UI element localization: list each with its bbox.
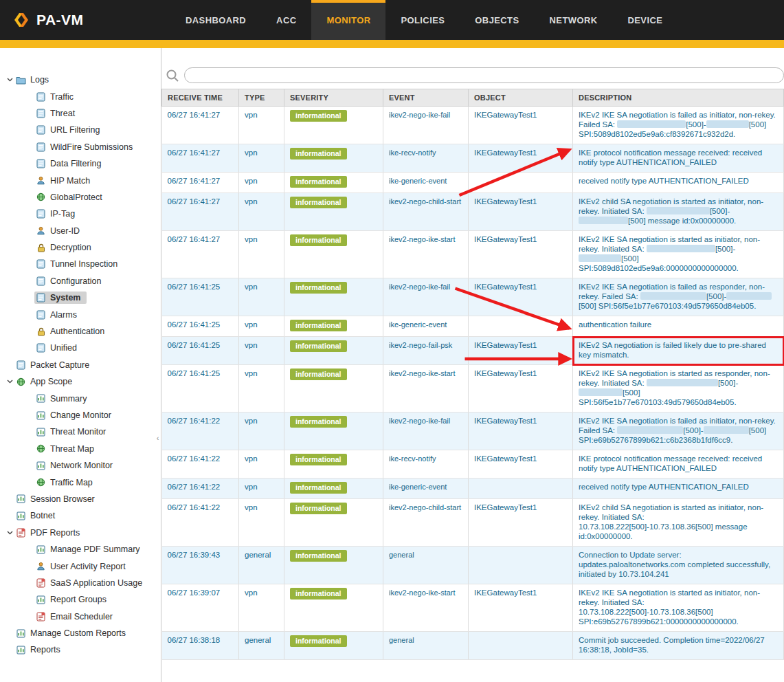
sidebar-item-user-activity-report[interactable]: User Activity Report xyxy=(0,558,161,574)
log-row[interactable]: 06/27 16:41:27vpninformationalikev2-nego… xyxy=(162,193,784,231)
column-header-receive-time[interactable]: RECEIVE TIME xyxy=(162,89,239,107)
redacted-ip-blur xyxy=(726,292,772,300)
cell-event: ikev2-nego-ike-start xyxy=(383,365,469,412)
column-header-object[interactable]: OBJECT xyxy=(469,89,573,107)
log-row[interactable]: 06/27 16:41:27vpninformationalike-generi… xyxy=(162,173,784,193)
redacted-ip-blur xyxy=(579,254,621,262)
log-row[interactable]: 06/27 16:41:27vpninformationalikev2-nego… xyxy=(162,231,784,278)
data-filtering-icon xyxy=(36,159,46,168)
log-row[interactable]: 06/27 16:41:25vpninformationalike-generi… xyxy=(162,316,784,337)
sidebar-item-manage-custom-reports[interactable]: Manage Custom Reports xyxy=(0,625,161,641)
sidebar-item-threat-map[interactable]: Threat Map xyxy=(0,441,161,457)
log-row[interactable]: 06/27 16:41:22vpninformationalikev2-nego… xyxy=(162,499,784,547)
log-row[interactable]: 06/27 16:41:25vpninformationalikev2-nego… xyxy=(162,365,784,412)
cell-description: IKE protocol notification message receiv… xyxy=(573,450,784,478)
sidebar-item-hip-match[interactable]: HIP Match xyxy=(0,172,161,188)
sidebar-item-system[interactable]: System xyxy=(0,289,161,306)
log-row[interactable]: 06/27 16:39:43generalinformationalgenera… xyxy=(162,547,784,584)
sidebar-item-label: WildFire Submissions xyxy=(50,142,133,152)
sidebar-item-botnet[interactable]: Botnet xyxy=(0,507,161,524)
expander-chevron-icon[interactable] xyxy=(5,78,14,82)
log-row[interactable]: 06/27 16:41:27vpninformationalike-recv-n… xyxy=(162,144,784,173)
severity-badge: informational xyxy=(290,234,347,246)
sidebar-item-threat[interactable]: Threat xyxy=(0,105,161,122)
redacted-ip-blur xyxy=(579,217,628,224)
cell-description: IKEv2 IKE SA negotiation is failed as in… xyxy=(573,412,784,450)
sidebar-item-report-groups[interactable]: Report Groups xyxy=(0,591,161,608)
redacted-ip-blur xyxy=(647,245,715,252)
nav-tab-device[interactable]: DEVICE xyxy=(613,0,678,40)
log-row[interactable]: 06/27 16:41:25vpninformationalikev2-nego… xyxy=(162,337,784,365)
sidebar-item-unified[interactable]: Unified xyxy=(0,340,161,356)
severity-badge: informational xyxy=(290,176,347,188)
column-header-description[interactable]: DESCRIPTION xyxy=(573,89,784,107)
sidebar-item-manage-pdf-summary[interactable]: Manage PDF Summary xyxy=(0,541,161,558)
application-window: PA-VM DASHBOARDACCMONITORPOLICIESOBJECTS… xyxy=(0,0,784,682)
sidebar-item-label: Reports xyxy=(30,645,60,654)
cell-event: ike-generic-event xyxy=(383,316,469,337)
column-header-severity[interactable]: SEVERITY xyxy=(284,89,383,107)
sidebar-item-logs[interactable]: Logs xyxy=(0,72,161,88)
cell-description: IKE protocol notification message receiv… xyxy=(573,144,784,173)
log-row[interactable]: 06/27 16:38:18generalinformationalgenera… xyxy=(162,632,784,660)
sidebar-item-threat-monitor[interactable]: Threat Monitor xyxy=(0,424,161,440)
sidebar-item-pdf-reports[interactable]: PDF Reports xyxy=(0,525,161,541)
sidebar-item-authentication[interactable]: Authentication xyxy=(0,323,161,340)
sidebar-item-session-browser[interactable]: Session Browser xyxy=(0,491,161,507)
report-groups-icon xyxy=(36,595,46,604)
sidebar-item-traffic[interactable]: Traffic xyxy=(0,88,161,104)
hip-match-icon xyxy=(36,176,46,185)
log-row[interactable]: 06/27 16:41:27vpninformationalikev2-nego… xyxy=(162,107,784,144)
sidebar-item-globalprotect[interactable]: GlobalProtect xyxy=(0,189,161,206)
nav-tab-monitor[interactable]: MONITOR xyxy=(311,0,385,40)
sidebar-item-reports[interactable]: Reports xyxy=(0,641,161,658)
log-row[interactable]: 06/27 16:41:22vpninformationalike-recv-n… xyxy=(162,450,784,478)
sidebar-item-alarms[interactable]: Alarms xyxy=(0,306,161,322)
sidebar-item-configuration[interactable]: Configuration xyxy=(0,273,161,289)
cell-description: IKEv2 IKE SA negotiation is started as i… xyxy=(573,584,784,632)
sidebar-item-url-filtering[interactable]: URL Filtering xyxy=(0,122,161,138)
sidebar-item-label: User-ID xyxy=(50,226,80,236)
expander-chevron-icon[interactable] xyxy=(5,380,14,384)
sidebar-item-label: Configuration xyxy=(50,276,101,286)
sidebar-collapse-handle[interactable]: ‹ xyxy=(155,425,161,451)
packet-capture-icon xyxy=(16,360,26,370)
sidebar-item-data-filtering[interactable]: Data Filtering xyxy=(0,155,161,172)
authentication-icon xyxy=(36,327,46,336)
url-filtering-icon xyxy=(36,125,46,135)
cell-description: IKEv2 IKE SA negotiation is started as i… xyxy=(573,231,784,278)
cell-object xyxy=(469,478,573,499)
nav-tab-acc[interactable]: ACC xyxy=(261,0,311,40)
sidebar-item-network-monitor[interactable]: Network Monitor xyxy=(0,457,161,474)
nav-tab-network[interactable]: NETWORK xyxy=(535,0,613,40)
log-row[interactable]: 06/27 16:41:22vpninformationalikev2-nego… xyxy=(162,412,784,450)
sidebar-item-saas-application-usage[interactable]: SaaS Application Usage xyxy=(0,575,161,591)
nav-tab-objects[interactable]: OBJECTS xyxy=(460,0,534,40)
sidebar-item-ip-tag[interactable]: IP-Tag xyxy=(0,206,161,222)
log-row[interactable]: 06/27 16:39:07vpninformationalikev2-nego… xyxy=(162,584,784,632)
column-header-type[interactable]: TYPE xyxy=(239,89,284,107)
nav-tab-dashboard[interactable]: DASHBOARD xyxy=(170,0,261,40)
paloalto-logo-icon xyxy=(12,11,30,29)
sidebar-item-tunnel-inspection[interactable]: Tunnel Inspection xyxy=(0,256,161,272)
cell-event: ike-recv-notify xyxy=(383,144,469,173)
log-row[interactable]: 06/27 16:41:22vpninformationalike-generi… xyxy=(162,478,784,499)
sidebar-item-user-id[interactable]: User-ID xyxy=(0,223,161,239)
sidebar-item-traffic-map[interactable]: Traffic Map xyxy=(0,474,161,490)
log-filter-input[interactable] xyxy=(184,67,784,83)
sidebar-item-decryption[interactable]: Decryption xyxy=(0,239,161,256)
cell-object: IKEGatewayTest1 xyxy=(469,584,573,632)
sidebar-item-packet-capture[interactable]: Packet Capture xyxy=(0,357,161,373)
sidebar-item-email-scheduler[interactable]: Email Scheduler xyxy=(0,608,161,625)
expander-chevron-icon[interactable] xyxy=(5,531,14,535)
sidebar-item-app-scope[interactable]: App Scope xyxy=(0,373,161,390)
redacted-ip-blur xyxy=(706,120,749,128)
sidebar-item-summary[interactable]: Summary xyxy=(0,390,161,406)
sidebar-item-change-monitor[interactable]: Change Monitor xyxy=(0,407,161,424)
column-header-event[interactable]: EVENT xyxy=(383,89,469,107)
cell-severity: informational xyxy=(284,107,383,144)
cell-severity: informational xyxy=(284,632,383,660)
log-row[interactable]: 06/27 16:41:25vpninformationalikev2-nego… xyxy=(162,278,784,316)
nav-tab-policies[interactable]: POLICIES xyxy=(385,0,460,40)
sidebar-item-wildfire-submissions[interactable]: WildFire Submissions xyxy=(0,139,161,155)
